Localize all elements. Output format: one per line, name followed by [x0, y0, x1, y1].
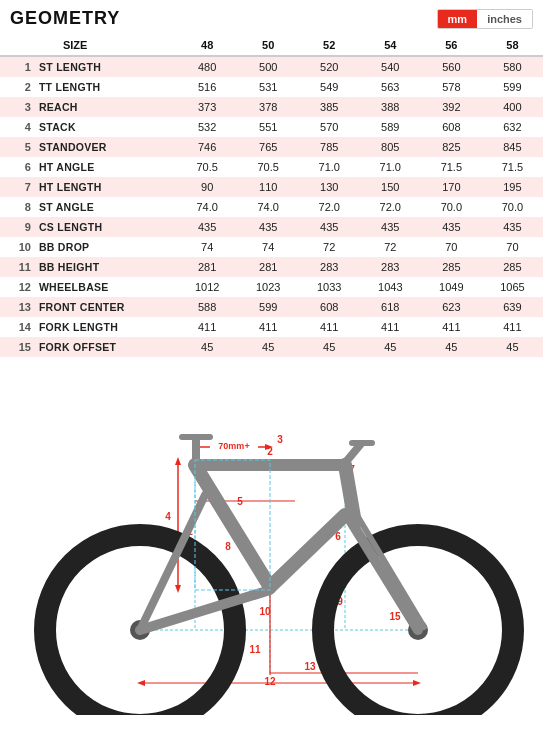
- table-row: 5STANDOVER746765785805825845: [0, 137, 543, 157]
- cell-value: 435: [421, 217, 482, 237]
- row-index: 9: [0, 217, 35, 237]
- cell-value: 392: [421, 97, 482, 117]
- row-label: WHEELBASE: [35, 277, 177, 297]
- cell-value: 435: [360, 217, 421, 237]
- col-52: 52: [299, 35, 360, 56]
- cell-value: 532: [177, 117, 238, 137]
- unit-toggle[interactable]: mm inches: [437, 9, 533, 29]
- cell-value: 72.0: [299, 197, 360, 217]
- cell-value: 285: [482, 257, 543, 277]
- table-row: 11BB HEIGHT281281283283285285: [0, 257, 543, 277]
- cell-value: 74.0: [238, 197, 299, 217]
- unit-inches-button[interactable]: inches: [477, 10, 532, 28]
- cell-value: 639: [482, 297, 543, 317]
- row-index: 2: [0, 77, 35, 97]
- page-title: GEOMETRY: [10, 8, 120, 29]
- cell-value: 45: [421, 337, 482, 357]
- cell-value: 74: [238, 237, 299, 257]
- cell-value: 71.0: [360, 157, 421, 177]
- cell-value: 72.0: [360, 197, 421, 217]
- cell-value: 589: [360, 117, 421, 137]
- row-index: 10: [0, 237, 35, 257]
- col-48: 48: [177, 35, 238, 56]
- row-label: HT ANGLE: [35, 157, 177, 177]
- cell-value: 608: [421, 117, 482, 137]
- cell-value: 74.0: [177, 197, 238, 217]
- svg-text:3: 3: [277, 434, 283, 445]
- cell-value: 71.5: [421, 157, 482, 177]
- row-label: BB HEIGHT: [35, 257, 177, 277]
- cell-value: 411: [177, 317, 238, 337]
- cell-value: 70.0: [482, 197, 543, 217]
- svg-text:13: 13: [304, 661, 316, 672]
- col-58: 58: [482, 35, 543, 56]
- cell-value: 623: [421, 297, 482, 317]
- bike-diagram: 70mm+ 2 3 1 4 7 6 8 9 10 11 12 13 14 15 …: [0, 365, 543, 715]
- col-index: [0, 35, 35, 56]
- row-index: 13: [0, 297, 35, 317]
- cell-value: 150: [360, 177, 421, 197]
- cell-value: 72: [360, 237, 421, 257]
- cell-value: 385: [299, 97, 360, 117]
- cell-value: 500: [238, 56, 299, 77]
- table-row: 9CS LENGTH435435435435435435: [0, 217, 543, 237]
- cell-value: 551: [238, 117, 299, 137]
- cell-value: 70.5: [238, 157, 299, 177]
- row-label: FORK OFFSET: [35, 337, 177, 357]
- row-label: TT LENGTH: [35, 77, 177, 97]
- cell-value: 45: [238, 337, 299, 357]
- col-56: 56: [421, 35, 482, 56]
- row-label: FORK LENGTH: [35, 317, 177, 337]
- cell-value: 580: [482, 56, 543, 77]
- cell-value: 70.0: [421, 197, 482, 217]
- cell-value: 1049: [421, 277, 482, 297]
- cell-value: 411: [421, 317, 482, 337]
- svg-text:70mm+: 70mm+: [218, 441, 249, 451]
- cell-value: 285: [421, 257, 482, 277]
- row-index: 7: [0, 177, 35, 197]
- table-row: 6HT ANGLE70.570.571.071.071.571.5: [0, 157, 543, 177]
- row-label: REACH: [35, 97, 177, 117]
- svg-text:10: 10: [259, 606, 271, 617]
- cell-value: 130: [299, 177, 360, 197]
- cell-value: 599: [238, 297, 299, 317]
- cell-value: 110: [238, 177, 299, 197]
- cell-value: 70.5: [177, 157, 238, 177]
- cell-value: 1033: [299, 277, 360, 297]
- cell-value: 480: [177, 56, 238, 77]
- cell-value: 1012: [177, 277, 238, 297]
- cell-value: 435: [299, 217, 360, 237]
- row-label: CS LENGTH: [35, 217, 177, 237]
- svg-text:15: 15: [389, 611, 401, 622]
- cell-value: 195: [482, 177, 543, 197]
- cell-value: 378: [238, 97, 299, 117]
- row-label: BB DROP: [35, 237, 177, 257]
- cell-value: 618: [360, 297, 421, 317]
- cell-value: 170: [421, 177, 482, 197]
- row-index: 5: [0, 137, 35, 157]
- cell-value: 599: [482, 77, 543, 97]
- cell-value: 435: [238, 217, 299, 237]
- cell-value: 588: [177, 297, 238, 317]
- cell-value: 72: [299, 237, 360, 257]
- svg-text:11: 11: [249, 644, 261, 655]
- row-label: ST ANGLE: [35, 197, 177, 217]
- cell-value: 563: [360, 77, 421, 97]
- table-row: 14FORK LENGTH411411411411411411: [0, 317, 543, 337]
- svg-text:12: 12: [264, 676, 276, 687]
- cell-value: 1023: [238, 277, 299, 297]
- cell-value: 608: [299, 297, 360, 317]
- table-row: 4STACK532551570589608632: [0, 117, 543, 137]
- unit-mm-button[interactable]: mm: [438, 10, 478, 28]
- cell-value: 845: [482, 137, 543, 157]
- col-size-label: SIZE: [35, 35, 177, 56]
- table-row: 7HT LENGTH90110130150170195: [0, 177, 543, 197]
- cell-value: 283: [299, 257, 360, 277]
- cell-value: 435: [177, 217, 238, 237]
- table-row: 15FORK OFFSET454545454545: [0, 337, 543, 357]
- cell-value: 746: [177, 137, 238, 157]
- cell-value: 70: [421, 237, 482, 257]
- row-index: 12: [0, 277, 35, 297]
- table-row: 13FRONT CENTER588599608618623639: [0, 297, 543, 317]
- table-row: 1ST LENGTH480500520540560580: [0, 56, 543, 77]
